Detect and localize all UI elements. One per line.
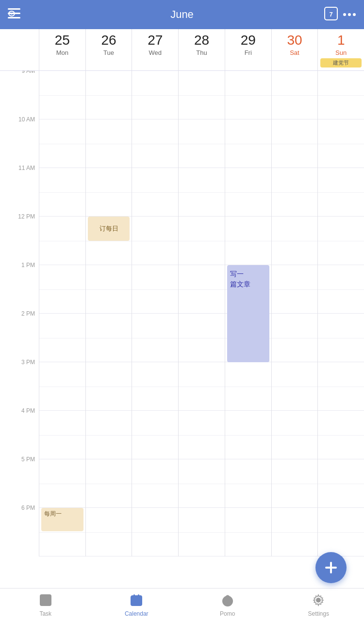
hour-12-sat[interactable] — [272, 217, 318, 265]
svg-rect-14 — [133, 594, 135, 597]
hour-10-fri[interactable] — [225, 119, 271, 168]
nav-item-task[interactable]: Task — [0, 594, 91, 617]
calendar-date-icon[interactable]: 7 — [324, 7, 338, 22]
task-icon — [39, 594, 52, 608]
event-weekly[interactable]: 每周一 — [41, 508, 83, 531]
day-col-fri[interactable]: 29 Fri — [225, 29, 271, 70]
hour-6-tue[interactable] — [86, 508, 132, 556]
hour-3-fri[interactable] — [225, 362, 271, 411]
day-col-thu[interactable]: 28 Thu — [178, 29, 225, 70]
day-num-1: 1 — [318, 33, 364, 48]
hour-12-sun[interactable] — [318, 217, 364, 265]
grid-col-tue: 订每日 — [85, 71, 132, 556]
hour-6-thu[interactable] — [179, 508, 225, 556]
grid-col-thu — [178, 71, 225, 556]
hour-2-sat[interactable] — [272, 314, 318, 362]
hour-5-mon[interactable] — [39, 459, 85, 508]
time-label-2pm: 2 PM — [0, 314, 39, 362]
hour-10-mon[interactable] — [39, 119, 85, 168]
nav-item-settings[interactable]: Settings — [273, 594, 364, 617]
hour-5-fri[interactable] — [225, 459, 271, 508]
hour-10-wed[interactable] — [132, 119, 178, 168]
hour-1-sun[interactable] — [318, 265, 364, 314]
hour-2-tue[interactable] — [86, 314, 132, 362]
hour-12-mon[interactable] — [39, 217, 85, 265]
nav-label-settings: Settings — [308, 610, 329, 617]
hour-6-fri[interactable] — [225, 508, 271, 556]
hour-5-tue[interactable] — [86, 459, 132, 508]
hour-12-thu[interactable] — [179, 217, 225, 265]
hour-3-sun[interactable] — [318, 362, 364, 411]
hour-11-sat[interactable] — [272, 168, 318, 217]
hour-11-thu[interactable] — [179, 168, 225, 217]
hour-4-tue[interactable] — [86, 411, 132, 459]
hour-10-sun[interactable] — [318, 119, 364, 168]
hour-11-mon[interactable] — [39, 168, 85, 217]
hour-6-wed[interactable] — [132, 508, 178, 556]
hour-9-fri[interactable] — [225, 71, 271, 119]
hour-2-wed[interactable] — [132, 314, 178, 362]
hour-9-thu[interactable] — [179, 71, 225, 119]
more-options-icon[interactable] — [343, 10, 356, 19]
hour-9-wed[interactable] — [132, 71, 178, 119]
hour-3-sat[interactable] — [272, 362, 318, 411]
hour-11-tue[interactable] — [86, 168, 132, 217]
svg-text:7: 7 — [329, 11, 332, 18]
hour-9-sun[interactable] — [318, 71, 364, 119]
nav-item-calendar[interactable]: Calendar — [91, 594, 182, 617]
hour-6-sun[interactable] — [318, 508, 364, 556]
event-dingmeiri[interactable]: 订每日 — [88, 217, 130, 241]
hour-4-mon[interactable] — [39, 411, 85, 459]
hour-10-tue[interactable] — [86, 119, 132, 168]
hour-5-thu[interactable] — [179, 459, 225, 508]
hour-12-wed[interactable] — [132, 217, 178, 265]
day-col-mon[interactable]: 25 Mon — [39, 29, 85, 70]
hour-11-wed[interactable] — [132, 168, 178, 217]
grid-col-sat — [271, 71, 318, 556]
day-col-sun[interactable]: 1 Sun 建党节 — [317, 29, 364, 70]
hour-6-mon[interactable]: 每周一 — [39, 508, 85, 556]
hour-3-mon[interactable] — [39, 362, 85, 411]
hour-9-mon[interactable] — [39, 71, 85, 119]
hour-4-sun[interactable] — [318, 411, 364, 459]
hour-11-fri[interactable] — [225, 168, 271, 217]
day-col-tue[interactable]: 26 Tue — [85, 29, 132, 70]
hour-9-sat[interactable] — [272, 71, 318, 119]
hour-1-tue[interactable] — [86, 265, 132, 314]
hour-10-sat[interactable] — [272, 119, 318, 168]
hour-4-thu[interactable] — [179, 411, 225, 459]
hour-12-fri[interactable] — [225, 217, 271, 265]
time-label-6pm: 6 PM — [0, 508, 39, 556]
add-event-fab[interactable] — [315, 552, 347, 583]
hour-3-wed[interactable] — [132, 362, 178, 411]
hour-1-thu[interactable] — [179, 265, 225, 314]
hour-6-sat[interactable] — [272, 508, 318, 556]
svg-rect-13 — [131, 596, 142, 605]
svg-rect-0 — [8, 8, 20, 10]
menu-icon[interactable] — [8, 8, 20, 21]
header-right-controls: 7 — [324, 7, 356, 22]
hour-4-sat[interactable] — [272, 411, 318, 459]
hour-1-mon[interactable] — [39, 265, 85, 314]
hour-11-sun[interactable] — [318, 168, 364, 217]
hour-1-wed[interactable] — [132, 265, 178, 314]
hour-2-sun[interactable] — [318, 314, 364, 362]
day-col-wed[interactable]: 27 Wed — [132, 29, 178, 70]
hour-3-thu[interactable] — [179, 362, 225, 411]
hour-9-tue[interactable] — [86, 71, 132, 119]
hour-3-tue[interactable] — [86, 362, 132, 411]
nav-item-pomo[interactable]: Pomo — [182, 594, 273, 617]
hour-4-fri[interactable] — [225, 411, 271, 459]
day-col-sat[interactable]: 30 Sat — [271, 29, 318, 70]
hour-2-mon[interactable] — [39, 314, 85, 362]
hour-5-sun[interactable] — [318, 459, 364, 508]
hour-2-thu[interactable] — [179, 314, 225, 362]
hour-10-thu[interactable] — [179, 119, 225, 168]
event-write-article[interactable]: 写一篇文章 — [227, 265, 269, 362]
hour-5-wed[interactable] — [132, 459, 178, 508]
hour-1-sat[interactable] — [272, 265, 318, 314]
hour-4-wed[interactable] — [132, 411, 178, 459]
time-label-12pm: 12 PM — [0, 217, 39, 265]
hour-5-sat[interactable] — [272, 459, 318, 508]
svg-point-20 — [316, 598, 320, 602]
